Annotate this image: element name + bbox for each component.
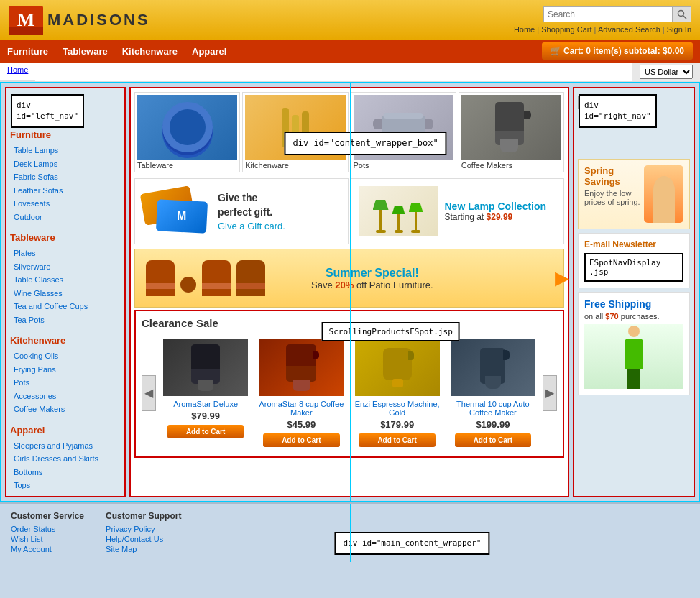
promo-lamp: New Lamp Collection Starting at $29.99 — [351, 178, 565, 244]
nav-link-pots[interactable]: Pots — [10, 376, 121, 390]
nav-link-cooking-oils[interactable]: Cooking Oils — [10, 349, 121, 363]
svg-point-3 — [678, 10, 684, 16]
footer: Customer Service Order Status Wish List … — [0, 502, 700, 562]
footer-col-customer-support: Customer Support Privacy Policy Help/Con… — [106, 511, 181, 555]
search-form — [543, 6, 691, 22]
clearance-espot-label: ScrollingProductsESpot.jsp — [322, 322, 460, 341]
footer-link-privacy[interactable]: Privacy Policy — [106, 525, 181, 533]
gift-card-link[interactable]: Give a Gift card. — [218, 221, 285, 231]
product-item: Enzi Espresso Machine, Gold $179.99 Add … — [351, 335, 443, 451]
footer-link-my-account[interactable]: My Account — [11, 545, 84, 553]
home-link[interactable]: Home — [514, 25, 535, 34]
nav-link-silverware[interactable]: Silverware — [10, 260, 121, 274]
nav-link-sleepers[interactable]: Sleepers and Pyjamas — [10, 439, 121, 453]
nav-category-tableware[interactable]: Tableware — [10, 231, 121, 244]
product-image-2 — [259, 339, 344, 396]
nav-link-tops[interactable]: Tops — [10, 479, 121, 492]
product-price-3: $179.99 — [355, 419, 440, 430]
svg-rect-2 — [9, 27, 43, 34]
search-icon — [677, 9, 687, 19]
main-content-wrapper-label: div id="main_content_wrapper" — [334, 532, 489, 554]
search-input[interactable] — [543, 6, 673, 22]
right-nav: divid="right_nav" Spring Savings Enjoy t… — [573, 87, 695, 497]
main-wrapper: divid="left_nav" Furniture Table Lamps D… — [0, 82, 700, 502]
advanced-search-link[interactable]: Advanced Search — [598, 25, 660, 34]
carousel-next-button[interactable]: ▶ — [543, 375, 557, 411]
nav-link-leather-sofas[interactable]: Leather Sofas — [10, 184, 121, 198]
nav-link-wine-glasses[interactable]: Wine Glasses — [10, 287, 121, 300]
breadcrumb: Home — [0, 63, 35, 81]
nav-category-furniture[interactable]: Furniture — [10, 128, 121, 142]
product-image-4 — [451, 339, 535, 396]
product-name-3[interactable]: Enzi Espresso Machine, Gold — [355, 400, 440, 417]
nav-link-frying-pans[interactable]: Frying Pans — [10, 363, 121, 377]
footer-link-help[interactable]: Help/Contact Us — [106, 535, 181, 543]
nav-link-tea-coffee[interactable]: Tea and Coffee Cups — [10, 300, 121, 313]
product-price-4: $199.99 — [451, 419, 535, 430]
nav-category-kitchenware[interactable]: Kitchenware — [10, 334, 121, 347]
nav-link-tea-pots[interactable]: Tea Pots — [10, 313, 121, 327]
nav-link-accessories[interactable]: Accessories — [10, 390, 121, 403]
nav-link-table-glasses[interactable]: Table Glasses — [10, 273, 121, 287]
nav-link-outdoor[interactable]: Outdoor — [10, 211, 121, 224]
nav-link-coffee-makers[interactable]: Coffee Makers — [10, 402, 121, 416]
logo-text: MADISONS — [47, 11, 150, 29]
product-carousel: ◀ AromaStar Deluxe $79.99 — [142, 335, 557, 451]
summer-text: Summer Special! Save 20% off Patio Furni… — [311, 267, 433, 290]
cat-name-coffee: Coffee Makers — [461, 160, 561, 170]
nav-link-fabric-sofas[interactable]: Fabric Sofas — [10, 170, 121, 184]
cat-name-kitchenware: Kitchenware — [245, 160, 345, 170]
sign-in-link[interactable]: Sign In — [667, 25, 691, 34]
product-name-1[interactable]: AromaStar Deluxe — [163, 400, 248, 408]
product-name-2[interactable]: AromaStar 8 cup Coffee Maker — [259, 400, 344, 417]
left-nav: divid="left_nav" Furniture Table Lamps D… — [5, 87, 126, 497]
espot-display: ESpotNavDisplay.jsp — [584, 253, 683, 282]
currency-select[interactable]: US Dollar — [640, 65, 693, 79]
footer-link-wish-list[interactable]: Wish List — [11, 535, 84, 543]
add-to-cart-1[interactable]: Add to Cart — [167, 425, 244, 438]
email-headline: E-mail Newsletter — [584, 239, 683, 249]
product-image-3 — [355, 339, 440, 396]
cat-name-tableware: Tableware — [137, 160, 237, 170]
logo[interactable]: M MADISONS — [9, 6, 150, 34]
svg-line-4 — [683, 15, 687, 19]
header: M MADISONS Home | Shopping Cart | Advanc… — [0, 0, 700, 40]
content-wrapper-box: div id="content_wrapper_box" Tableware — [129, 87, 569, 497]
add-to-cart-2[interactable]: Add to Cart — [263, 433, 339, 447]
nav-link-plates[interactable]: Plates — [10, 247, 121, 260]
shopping-cart-link[interactable]: Shopping Cart — [541, 25, 591, 34]
footer-link-order-status[interactable]: Order Status — [11, 525, 84, 533]
nav-links: Furniture Tableware Kitchenware Apparel — [7, 46, 226, 57]
footer-heading-service: Customer Service — [11, 511, 84, 521]
nav-furniture[interactable]: Furniture — [7, 46, 48, 57]
nav-kitchenware[interactable]: Kitchenware — [122, 46, 178, 57]
cat-tableware[interactable]: Tableware — [134, 92, 240, 172]
breadcrumb-home[interactable]: Home — [7, 65, 28, 74]
nav-link-bottoms[interactable]: Bottoms — [10, 466, 121, 479]
add-to-cart-3[interactable]: Add to Cart — [359, 433, 435, 447]
nav-apparel[interactable]: Apparel — [192, 46, 226, 57]
nav-category-apparel[interactable]: Apparel — [10, 423, 121, 437]
nav-link-girls-dresses[interactable]: Girls Dresses and Skirts — [10, 452, 121, 466]
add-to-cart-4[interactable]: Add to Cart — [455, 433, 531, 447]
patio-furniture-image — [146, 260, 297, 296]
nav-bar: Furniture Tableware Kitchenware Apparel … — [0, 40, 700, 63]
footer-link-sitemap[interactable]: Site Map — [106, 545, 181, 553]
product-name-4[interactable]: Thermal 10 cup Auto Coffee Maker — [451, 400, 535, 417]
cart-button[interactable]: 🛒 Cart: 0 item(s) subtotal: $0.00 — [542, 42, 693, 60]
product-image-1 — [163, 339, 248, 396]
spring-savings-promo: Spring Savings Enjoy the low prices of s… — [578, 159, 690, 229]
header-right: Home | Shopping Cart | Advanced Search |… — [514, 6, 691, 34]
nav-tableware[interactable]: Tableware — [63, 46, 108, 57]
carousel-prev-button[interactable]: ◀ — [142, 375, 156, 411]
gift-card-m2: M — [177, 210, 186, 223]
nav-link-table-lamps[interactable]: Table Lamps — [10, 144, 121, 157]
free-shipping-text: on all $70 purchases. — [584, 312, 683, 321]
search-button[interactable] — [673, 6, 691, 22]
nav-link-loveseats[interactable]: Loveseats — [10, 197, 121, 211]
free-shipping-image — [584, 324, 683, 389]
cat-coffee-makers[interactable]: Coffee Makers — [459, 92, 564, 172]
promo-row: M M Give the perfect gift. Give a Gift c… — [131, 176, 568, 247]
nav-link-desk-lamps[interactable]: Desk Lamps — [10, 157, 121, 171]
right-nav-label: divid="right_nav" — [579, 94, 657, 128]
